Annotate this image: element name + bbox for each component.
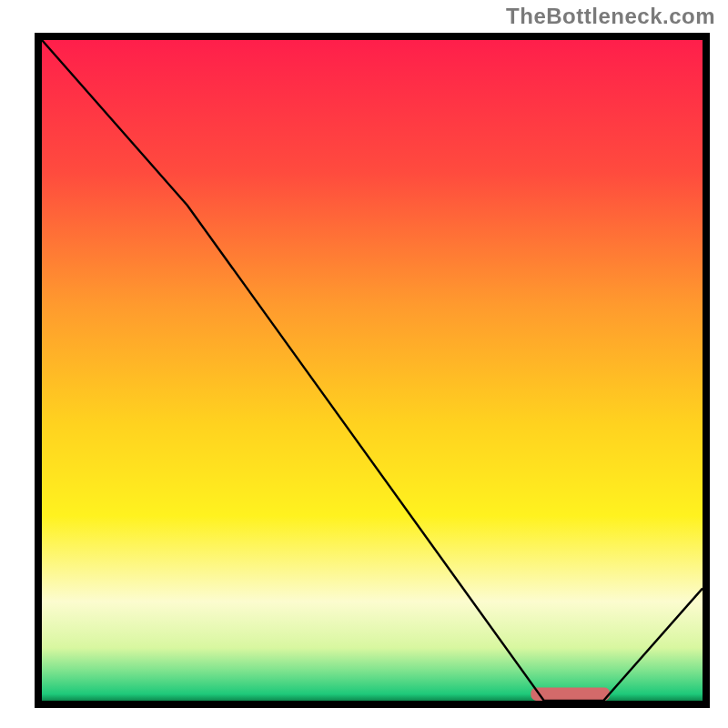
watermark-text: TheBottleneck.com: [506, 4, 715, 29]
chart-frame: TheBottleneck.com: [0, 0, 728, 728]
chart-background: [42, 40, 703, 701]
plot-border: [35, 33, 710, 708]
chart-svg: [42, 40, 703, 701]
plot-area: [42, 40, 703, 701]
